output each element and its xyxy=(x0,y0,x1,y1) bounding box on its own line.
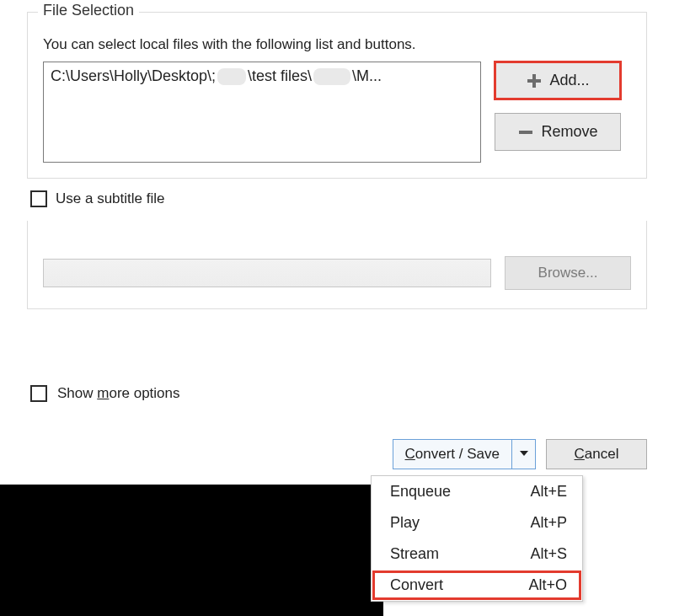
svg-rect-2 xyxy=(519,131,532,134)
cancel-button-label: Cancel xyxy=(575,446,619,463)
menu-item-convert[interactable]: Convert Alt+O xyxy=(372,570,582,601)
menu-item-shortcut: Alt+O xyxy=(528,576,567,594)
subtitle-path-input xyxy=(43,259,491,287)
background-panel xyxy=(0,485,383,616)
convert-save-dropdown-toggle[interactable] xyxy=(511,440,535,469)
file-list[interactable]: C:\Users\Holly\Desktop\; \test files\ \M… xyxy=(43,62,481,163)
minus-icon xyxy=(517,124,534,141)
menu-item-shortcut: Alt+E xyxy=(530,483,567,501)
show-more-checkbox[interactable] xyxy=(30,385,47,402)
menu-item-label: Enqueue xyxy=(390,483,451,501)
add-button[interactable]: Add... xyxy=(495,62,621,99)
menu-item-label: Stream xyxy=(390,545,439,563)
plus-icon xyxy=(526,72,543,89)
convert-save-button[interactable]: Convert / Save xyxy=(393,439,536,469)
menu-item-stream[interactable]: Stream Alt+S xyxy=(372,538,582,570)
redacted-segment xyxy=(217,68,246,85)
svg-marker-3 xyxy=(520,451,528,456)
path-segment: \M... xyxy=(352,67,382,85)
file-selection-desc: You can select local files with the foll… xyxy=(43,36,631,53)
path-segment: C:\Users\Holly\Desktop\; xyxy=(51,67,216,85)
menu-item-label: Play xyxy=(390,514,420,532)
path-segment: \test files\ xyxy=(248,67,312,85)
file-selection-title: File Selection xyxy=(38,2,139,19)
menu-item-label: Convert xyxy=(390,576,443,594)
remove-button-label: Remove xyxy=(541,123,597,141)
subtitle-checkbox[interactable] xyxy=(30,190,47,207)
menu-item-enqueue[interactable]: Enqueue Alt+E xyxy=(372,476,582,507)
convert-save-label: Convert / Save xyxy=(393,440,511,469)
cancel-button[interactable]: Cancel xyxy=(546,439,647,469)
subtitle-checkbox-label: Use a subtitle file xyxy=(56,190,164,207)
file-list-item[interactable]: C:\Users\Holly\Desktop\; \test files\ \M… xyxy=(51,67,473,85)
browse-button-label: Browse... xyxy=(538,265,598,281)
add-button-label: Add... xyxy=(549,72,589,89)
remove-button[interactable]: Remove xyxy=(495,113,621,151)
show-more-label: Show more options xyxy=(57,385,180,402)
menu-item-shortcut: Alt+S xyxy=(530,545,567,563)
chevron-down-icon xyxy=(519,446,529,463)
menu-item-shortcut: Alt+P xyxy=(530,514,567,532)
svg-rect-1 xyxy=(527,79,541,83)
redacted-segment xyxy=(313,68,350,85)
browse-button: Browse... xyxy=(505,256,631,290)
menu-item-play[interactable]: Play Alt+P xyxy=(372,507,582,538)
convert-save-menu: Enqueue Alt+E Play Alt+P Stream Alt+S Co… xyxy=(371,475,583,602)
